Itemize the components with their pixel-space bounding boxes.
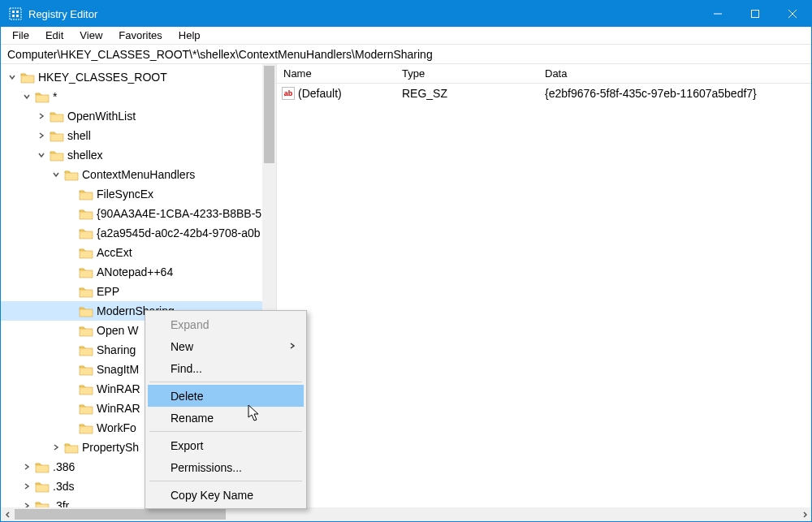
body: HKEY_CLASSES_ROOT*OpenWithListshellshell… <box>1 64 811 507</box>
tree-anotepad[interactable]: ANotepad++64 <box>1 262 276 282</box>
tree-node-label: {a2a9545d-a0c2-42b4-9708-a0b <box>97 226 261 239</box>
menu-edit[interactable]: Edit <box>37 28 71 43</box>
tree-star[interactable]: * <box>1 87 276 106</box>
context-menu-separator <box>149 481 302 481</box>
col-data[interactable]: Data <box>538 67 811 80</box>
cm-export[interactable]: Export <box>148 434 304 456</box>
folder-icon <box>20 71 35 84</box>
tree-node-label: Sharing <box>97 343 136 356</box>
expander-icon[interactable] <box>35 149 48 162</box>
expander-icon <box>64 343 77 356</box>
col-type[interactable]: Type <box>395 67 538 80</box>
scroll-right-arrow[interactable] <box>797 507 811 521</box>
chevron-right-icon <box>289 342 296 352</box>
column-headers[interactable]: Name Type Data <box>277 64 811 84</box>
tree-shell[interactable]: shell <box>1 126 276 145</box>
value-type: REG_SZ <box>395 87 538 100</box>
expander-icon <box>64 402 77 415</box>
scroll-left-arrow[interactable] <box>1 507 15 521</box>
menu-file[interactable]: File <box>4 28 37 43</box>
folder-icon <box>35 461 50 473</box>
horizontal-scrollbar[interactable] <box>1 507 811 521</box>
tree-contextmenuhandlers[interactable]: ContextMenuHandlers <box>1 165 276 184</box>
address-bar[interactable]: Computer\HKEY_CLASSES_ROOT\*\shellex\Con… <box>1 45 811 64</box>
folder-icon <box>79 208 93 220</box>
tree-guid1[interactable]: {90AA3A4E-1CBA-4233-B8BB-5 <box>1 204 276 223</box>
svg-rect-3 <box>12 15 15 17</box>
svg-rect-6 <box>752 11 759 18</box>
window-title: Registry Editor <box>28 8 97 20</box>
expander-icon[interactable] <box>6 71 19 84</box>
context-menu-label: Find... <box>171 362 202 375</box>
expander-icon[interactable] <box>50 441 63 454</box>
tree-node-label: .3ds <box>53 480 74 493</box>
tree-hkcr[interactable]: HKEY_CLASSES_ROOT <box>1 67 276 87</box>
expander-icon[interactable] <box>35 110 48 123</box>
folder-icon <box>79 403 93 415</box>
tree-epp[interactable]: EPP <box>1 282 276 301</box>
expander-icon[interactable] <box>20 460 33 473</box>
cm-new[interactable]: New <box>148 335 304 357</box>
tree-node-label: PropertySh <box>82 441 139 454</box>
close-button[interactable] <box>774 1 811 27</box>
tree-node-label: EPP <box>97 285 119 298</box>
menu-favorites[interactable]: Favorites <box>110 28 170 43</box>
tree-node-label: .3fr <box>53 499 69 507</box>
cm-rename[interactable]: Rename <box>148 407 304 429</box>
scroll-track[interactable] <box>15 507 797 521</box>
folder-icon <box>50 130 64 142</box>
tree-accext[interactable]: AccExt <box>1 243 276 262</box>
context-menu-label: New <box>171 340 193 353</box>
tree-node-label: Open W <box>97 324 138 337</box>
folder-icon <box>79 364 93 376</box>
expander-icon[interactable] <box>35 129 48 142</box>
folder-icon <box>79 266 93 278</box>
tree-shellex[interactable]: shellex <box>1 145 276 165</box>
cm-delete[interactable]: Delete <box>148 385 304 407</box>
regedit-icon <box>9 7 22 20</box>
svg-rect-2 <box>16 11 19 13</box>
maximize-button[interactable] <box>736 1 774 27</box>
context-menu-label: Export <box>171 439 203 452</box>
menu-view[interactable]: View <box>71 28 110 43</box>
cm-find[interactable]: Find... <box>148 357 304 379</box>
registry-editor-window: Registry Editor File Edit View Favorites… <box>0 0 812 522</box>
tree-node-label: OpenWithList <box>67 110 136 123</box>
folder-icon <box>79 325 93 337</box>
folder-icon <box>64 442 79 454</box>
titlebar[interactable]: Registry Editor <box>1 1 811 27</box>
cm-permissions[interactable]: Permissions... <box>148 456 304 478</box>
cm-copykeyname[interactable]: Copy Key Name <box>148 484 304 506</box>
svg-rect-0 <box>10 8 21 19</box>
context-menu[interactable]: ExpandNewFind...DeleteRenameExportPermis… <box>145 310 307 509</box>
expander-icon <box>64 421 77 434</box>
expander-icon <box>64 382 77 395</box>
tree-node-label: .386 <box>53 460 75 473</box>
context-menu-label: Copy Key Name <box>171 489 253 502</box>
expander-icon[interactable] <box>50 168 63 181</box>
context-menu-label: Expand <box>171 318 209 331</box>
folder-icon <box>50 149 64 162</box>
expander-icon[interactable] <box>20 499 33 507</box>
context-menu-separator <box>149 382 302 382</box>
tree-node-label: shell <box>67 129 91 142</box>
tree-filesyncex[interactable]: FileSyncEx <box>1 184 276 204</box>
tree-guid2[interactable]: {a2a9545d-a0c2-42b4-9708-a0b <box>1 223 276 243</box>
svg-rect-4 <box>16 15 19 17</box>
tree-node-label: HKEY_CLASSES_ROOT <box>38 71 167 84</box>
col-name[interactable]: Name <box>277 67 395 80</box>
value-row[interactable]: ab(Default)REG_SZ{e2bf9676-5f8f-435c-97e… <box>277 84 811 103</box>
tree-node-label: WorkFo <box>97 421 136 434</box>
menu-help[interactable]: Help <box>171 28 209 43</box>
tree-node-label: WinRAR <box>97 402 140 415</box>
scroll-thumb[interactable] <box>15 509 226 520</box>
value-name: (Default) <box>298 87 342 100</box>
expander-icon[interactable] <box>20 480 33 493</box>
expander-icon[interactable] <box>20 90 33 103</box>
values-list[interactable]: ab(Default)REG_SZ{e2bf9676-5f8f-435c-97e… <box>277 84 811 103</box>
tree-scrollbar-thumb[interactable] <box>264 66 274 163</box>
tree-node-label: WinRAR <box>97 382 140 395</box>
tree-openwithlist[interactable]: OpenWithList <box>1 106 276 126</box>
minimize-button[interactable] <box>699 1 736 27</box>
tree-node-label: ContextMenuHandlers <box>82 168 195 181</box>
